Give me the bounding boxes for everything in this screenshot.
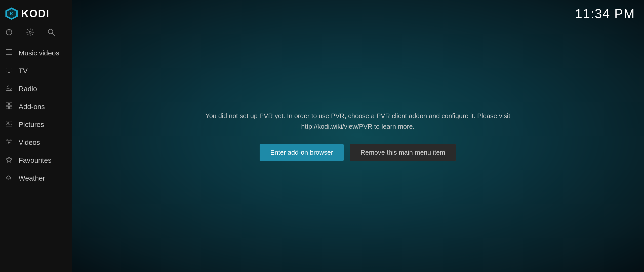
svg-rect-20 bbox=[6, 106, 9, 109]
sidebar-item-videos[interactable]: Videos bbox=[0, 133, 72, 151]
svg-rect-21 bbox=[10, 106, 12, 109]
sidebar-item-music-videos[interactable]: Music videos bbox=[0, 44, 72, 62]
svg-marker-30 bbox=[6, 157, 12, 162]
svg-point-5 bbox=[29, 31, 31, 33]
favourites-icon bbox=[5, 156, 13, 165]
svg-marker-29 bbox=[8, 142, 11, 144]
remove-menu-item-button[interactable]: Remove this main menu item bbox=[350, 144, 456, 161]
svg-line-33 bbox=[10, 180, 11, 180]
sidebar-item-tv[interactable]: TV bbox=[0, 62, 72, 80]
sidebar-item-weather[interactable]: Weather bbox=[0, 169, 72, 187]
settings-button[interactable] bbox=[26, 28, 34, 38]
sidebar-label-music-videos: Music videos bbox=[19, 49, 59, 57]
pvr-info-message: You did not set up PVR yet. In order to … bbox=[194, 111, 521, 132]
main-content: 11:34 PM You did not set up PVR yet. In … bbox=[72, 0, 644, 272]
nav-menu: Music videos TV Radio bbox=[0, 44, 72, 272]
logo-area: K KODI bbox=[0, 0, 72, 26]
svg-rect-18 bbox=[6, 103, 9, 105]
power-button[interactable] bbox=[5, 28, 13, 38]
clock: 11:34 PM bbox=[575, 6, 635, 21]
svg-line-7 bbox=[52, 33, 55, 36]
sidebar-label-tv: TV bbox=[19, 67, 28, 75]
sidebar: K KODI bbox=[0, 0, 72, 272]
svg-rect-22 bbox=[6, 121, 12, 126]
search-button[interactable] bbox=[47, 28, 55, 38]
sidebar-item-favourites[interactable]: Favourites bbox=[0, 151, 72, 169]
enter-addon-browser-button[interactable]: Enter add-on browser bbox=[260, 144, 344, 161]
sidebar-label-favourites: Favourites bbox=[19, 156, 52, 164]
weather-icon bbox=[5, 174, 13, 183]
svg-rect-11 bbox=[6, 68, 12, 72]
tv-icon bbox=[5, 66, 13, 75]
pictures-icon bbox=[5, 120, 13, 129]
action-buttons: Enter add-on browser Remove this main me… bbox=[260, 144, 456, 161]
svg-point-15 bbox=[10, 88, 11, 89]
sidebar-item-add-ons[interactable]: Add-ons bbox=[0, 98, 72, 116]
sidebar-label-add-ons: Add-ons bbox=[19, 103, 45, 111]
svg-line-32 bbox=[9, 180, 9, 180]
svg-line-31 bbox=[7, 180, 8, 180]
sidebar-label-radio: Radio bbox=[19, 85, 37, 93]
sidebar-label-pictures: Pictures bbox=[19, 121, 44, 129]
kodi-logo-icon: K bbox=[5, 7, 18, 20]
sidebar-label-videos: Videos bbox=[19, 139, 40, 147]
svg-rect-19 bbox=[10, 103, 12, 105]
music-videos-icon bbox=[5, 49, 13, 57]
addons-icon bbox=[5, 102, 13, 111]
svg-text:K: K bbox=[10, 11, 13, 16]
videos-icon bbox=[5, 138, 13, 147]
radio-icon bbox=[5, 84, 13, 93]
svg-rect-9 bbox=[6, 50, 8, 55]
app-title: KODI bbox=[21, 8, 50, 20]
top-toolbar bbox=[0, 26, 72, 44]
sidebar-label-weather: Weather bbox=[19, 174, 45, 182]
sidebar-item-radio[interactable]: Radio bbox=[0, 80, 72, 98]
sidebar-item-pictures[interactable]: Pictures bbox=[0, 116, 72, 133]
